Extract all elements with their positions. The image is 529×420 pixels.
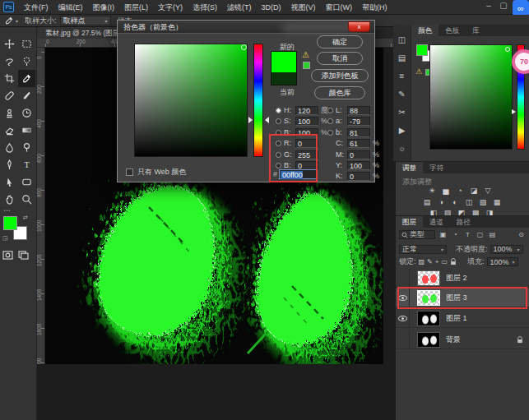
y-input[interactable]: 100 bbox=[347, 161, 370, 170]
color-libraries-button[interactable]: 颜色库 bbox=[314, 86, 365, 99]
vibrance-icon[interactable]: ▽ bbox=[483, 187, 493, 195]
layer-row-2[interactable]: 图层 2 bbox=[396, 269, 529, 288]
layer-name[interactable]: 背景 bbox=[446, 335, 461, 345]
actions-panel-icon[interactable]: ▶ bbox=[399, 125, 406, 136]
menu-window[interactable]: 窗口(W) bbox=[321, 0, 358, 15]
tab-channels[interactable]: 通道 bbox=[423, 216, 450, 228]
exposure-icon[interactable]: ◪ bbox=[469, 187, 479, 195]
black-white-icon[interactable]: ◐ bbox=[450, 198, 460, 206]
k-input[interactable]: 0 bbox=[347, 172, 370, 181]
hue-slider-arrow-right[interactable] bbox=[265, 117, 269, 123]
visibility-toggle[interactable] bbox=[396, 330, 410, 349]
quick-mask-icon[interactable] bbox=[2, 251, 13, 260]
layer-row-1[interactable]: 图层 1 bbox=[396, 309, 529, 328]
c-input[interactable]: 61 bbox=[347, 139, 370, 148]
marquee-tool[interactable] bbox=[18, 35, 35, 53]
menu-type[interactable]: 文字(Y) bbox=[153, 0, 188, 15]
menu-view[interactable]: 视图(V) bbox=[286, 0, 321, 15]
tab-layers[interactable]: 图层 bbox=[396, 216, 423, 228]
h-input[interactable]: 120 bbox=[295, 106, 318, 115]
menu-image[interactable]: 图像(I) bbox=[88, 0, 120, 15]
color-lookup-icon[interactable]: ▦ bbox=[492, 198, 502, 206]
properties-panel-icon[interactable]: ≡ bbox=[400, 71, 405, 81]
filter-shape-icon[interactable]: ▢ bbox=[476, 231, 485, 238]
layer-name[interactable]: 图层 1 bbox=[446, 313, 467, 324]
menu-help[interactable]: 帮助(H) bbox=[357, 0, 392, 15]
minimize-button[interactable]: – bbox=[481, 0, 496, 13]
lock-transparency-icon[interactable]: ▨ bbox=[419, 258, 425, 265]
curves-icon[interactable]: ◔ bbox=[455, 187, 465, 195]
clone-source-panel-icon[interactable]: ▤ bbox=[398, 53, 406, 63]
opacity-dropdown[interactable]: 100% ▾ bbox=[490, 245, 523, 254]
crop-tool[interactable] bbox=[1, 70, 18, 87]
lasso-tool[interactable] bbox=[1, 53, 18, 70]
default-colors-icon[interactable]: ◲ bbox=[2, 235, 8, 242]
hue-slider-arrow-left[interactable] bbox=[248, 117, 253, 123]
info-panel-icon[interactable]: ◫ bbox=[398, 35, 406, 45]
layer-row-background[interactable]: 背景 bbox=[396, 330, 529, 349]
spot-healing-tool[interactable] bbox=[1, 87, 18, 104]
eyedropper-tool[interactable] bbox=[18, 70, 35, 87]
l-input[interactable]: 88 bbox=[347, 106, 370, 115]
tab-swatches[interactable]: 色板 bbox=[439, 25, 466, 36]
eraser-tool[interactable] bbox=[1, 122, 18, 139]
add-to-swatches-button[interactable]: 添加到色板 bbox=[311, 69, 369, 82]
path-selection-tool[interactable] bbox=[1, 173, 18, 191]
screen-mode-icon[interactable] bbox=[18, 251, 29, 260]
saturation-brightness-field[interactable] bbox=[134, 44, 248, 157]
h-radio[interactable] bbox=[276, 108, 281, 113]
shape-tool[interactable] bbox=[18, 173, 35, 191]
zoom-tool[interactable] bbox=[18, 191, 35, 208]
quick-selection-tool[interactable] bbox=[18, 53, 35, 70]
cancel-button[interactable]: 取消 bbox=[317, 52, 363, 65]
brightness-contrast-icon[interactable]: ☀ bbox=[427, 187, 437, 195]
edit-toolbar-button[interactable]: ⋯ bbox=[3, 206, 12, 215]
tab-paths[interactable]: 路径 bbox=[450, 216, 477, 228]
close-button[interactable]: x bbox=[348, 21, 370, 32]
panel-gamut-warning-icon[interactable]: ⚠ bbox=[415, 67, 422, 76]
web-safe-cube-icon[interactable] bbox=[303, 62, 310, 69]
type-tool[interactable]: T bbox=[18, 156, 35, 173]
panel-hue-slider-arrow[interactable] bbox=[512, 109, 516, 114]
filter-type-dropdown[interactable]: 类型 bbox=[399, 230, 435, 239]
layer-thumbnail[interactable] bbox=[417, 332, 440, 348]
lab-b-input[interactable]: 81 bbox=[347, 128, 370, 137]
lock-artboard-icon[interactable]: ▭ bbox=[441, 258, 448, 265]
m-input[interactable]: 0 bbox=[347, 150, 370, 159]
color-field-picker-ring[interactable] bbox=[241, 44, 247, 50]
smudge-tool[interactable] bbox=[1, 139, 18, 156]
menu-edit[interactable]: 编辑(E) bbox=[53, 0, 88, 15]
fill-dropdown[interactable]: 100% ▾ bbox=[487, 257, 518, 266]
menu-3d[interactable]: 3D(D) bbox=[257, 0, 286, 15]
sample-size-dropdown[interactable]: 取样点 ▾ bbox=[60, 16, 111, 25]
lock-position-icon[interactable]: + bbox=[435, 258, 439, 265]
lock-image-icon[interactable]: ✎ bbox=[427, 258, 433, 265]
gamut-warning-icon[interactable]: ⚠ bbox=[302, 50, 309, 59]
tab-character[interactable]: 字符 bbox=[423, 162, 450, 173]
panel-color-field[interactable] bbox=[429, 44, 513, 150]
filter-type-text-icon[interactable]: T bbox=[463, 231, 472, 238]
layer-name[interactable]: 图层 2 bbox=[446, 273, 467, 284]
tab-adjustments[interactable]: 调整 bbox=[396, 162, 423, 173]
a-radio[interactable] bbox=[327, 118, 333, 124]
move-tool[interactable] bbox=[1, 35, 18, 53]
layer-thumbnail[interactable] bbox=[417, 311, 440, 326]
lab-b-radio[interactable] bbox=[327, 130, 333, 136]
hue-saturation-icon[interactable]: ▤ bbox=[422, 198, 432, 206]
l-radio[interactable] bbox=[327, 108, 333, 113]
ok-button[interactable]: 确定 bbox=[317, 35, 363, 48]
a-input[interactable]: -79 bbox=[347, 117, 370, 126]
menu-layer[interactable]: 图层(L) bbox=[119, 0, 153, 15]
tab-color[interactable]: 颜色 bbox=[411, 25, 439, 36]
pen-tool[interactable] bbox=[1, 156, 18, 173]
history-brush-tool[interactable] bbox=[18, 104, 35, 122]
layer-thumbnail[interactable] bbox=[417, 270, 440, 286]
s-input[interactable]: 100 bbox=[295, 117, 318, 126]
hue-slider[interactable] bbox=[253, 44, 263, 157]
channel-mixer-icon[interactable]: ▧ bbox=[478, 198, 488, 206]
web-only-checkbox[interactable] bbox=[126, 168, 133, 176]
paths-operations-panel-icon[interactable]: ✂ bbox=[398, 107, 405, 118]
photo-filter-icon[interactable]: ◫ bbox=[464, 198, 474, 206]
maximize-button[interactable]: ▢ bbox=[496, 0, 511, 13]
eyedropper-tool-badge[interactable]: ▾ bbox=[4, 16, 18, 25]
